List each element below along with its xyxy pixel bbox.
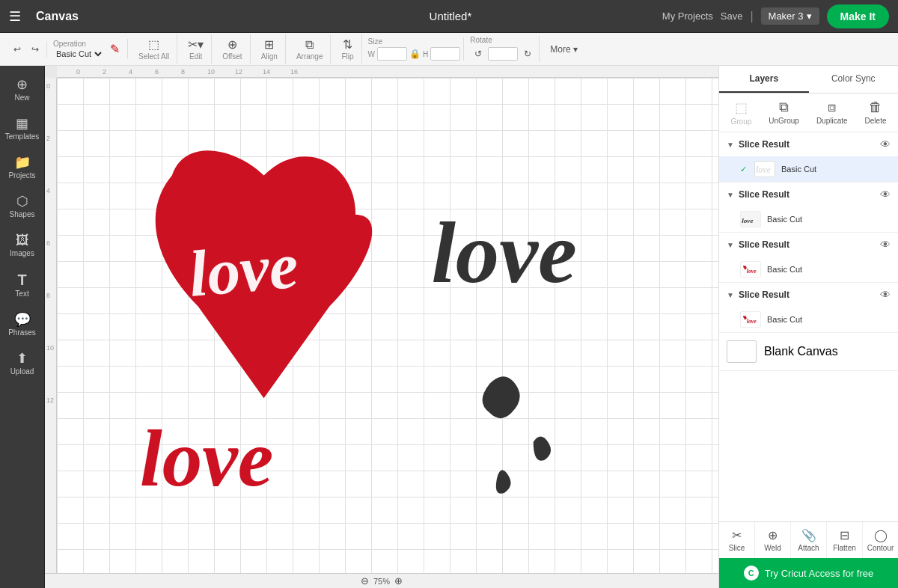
svg-text:8: 8 xyxy=(46,292,50,299)
slice-4-eye-icon[interactable]: 👁 xyxy=(880,289,891,301)
slice-1-checkmark: ✓ xyxy=(740,165,747,174)
machine-selector[interactable]: Maker 3 ▾ xyxy=(761,7,819,25)
edit-color-button[interactable]: ✎ xyxy=(106,39,124,59)
attach-icon: 📎 xyxy=(801,528,816,542)
more-button[interactable]: More ▾ xyxy=(546,41,582,58)
height-label: H xyxy=(423,50,428,58)
zoom-in-button[interactable]: ⊕ xyxy=(394,576,403,586)
operation-select[interactable]: Basic Cut xyxy=(53,49,104,59)
machine-chevron: ▾ xyxy=(807,10,812,22)
svg-text:8: 8 xyxy=(181,68,185,76)
rotate-ccw-button[interactable]: ↺ xyxy=(470,46,486,62)
blank-canvas-row[interactable]: Blank Canvas xyxy=(719,333,898,371)
save-link[interactable]: Save xyxy=(721,10,743,22)
width-input[interactable] xyxy=(377,47,407,61)
sidebar-item-new[interactable]: ⊕ New xyxy=(2,72,43,108)
ungroup-action[interactable]: ⧉ UnGroup xyxy=(769,99,799,126)
operation-label: Operation xyxy=(53,40,104,48)
nav-right: My Projects Save | Maker 3 ▾ Make It xyxy=(662,4,889,28)
slice-1-eye-icon[interactable]: 👁 xyxy=(880,138,891,150)
layers-list: ▼ Slice Result 👁 ✓ love Basic Cut xyxy=(719,132,898,521)
canvas-content[interactable]: love love love xyxy=(57,78,718,573)
slice-result-2: ▼ Slice Result 👁 love Basic Cut xyxy=(719,183,898,233)
svg-text:love: love xyxy=(747,318,757,325)
cricut-access-banner[interactable]: C Try Cricut Access for free xyxy=(719,558,898,588)
slice-tool[interactable]: ✂ Slice xyxy=(719,522,755,558)
slice-1-item[interactable]: ✓ love Basic Cut xyxy=(719,156,898,182)
slice-1-chevron: ▼ xyxy=(727,141,734,149)
slice-2-thumb: love xyxy=(740,211,761,227)
slice-result-3: ▼ Slice Result 👁 love Basic Cut xyxy=(719,233,898,283)
text-icon: T xyxy=(17,272,26,287)
slice-result-3-header[interactable]: ▼ Slice Result 👁 xyxy=(719,233,898,257)
my-projects-link[interactable]: My Projects xyxy=(662,10,713,22)
panel-actions: ⬚ Group ⧉ UnGroup ⧈ Duplicate 🗑 Delete xyxy=(719,94,898,132)
rotate-cw-button[interactable]: ↻ xyxy=(519,46,536,62)
shapes-icon: ⬡ xyxy=(16,195,28,208)
select-all-button[interactable]: ⬚ Select All xyxy=(134,34,174,64)
ungroup-icon: ⧉ xyxy=(779,99,789,115)
weld-tool[interactable]: ⊕ Weld xyxy=(755,522,791,558)
canvas-grid: love love love xyxy=(57,78,718,573)
rotate-input[interactable] xyxy=(488,47,518,61)
offset-icon: ⊕ xyxy=(227,37,237,52)
upload-icon: ⬆ xyxy=(16,352,28,365)
contour-tool[interactable]: ◯ Contour xyxy=(863,522,898,558)
height-input[interactable] xyxy=(430,47,460,61)
delete-action[interactable]: 🗑 Delete xyxy=(865,99,887,126)
right-panel: Layers Color Sync ⬚ Group ⧉ UnGroup ⧈ Du… xyxy=(718,66,898,588)
more-group: More ▾ xyxy=(543,41,585,58)
edit-icon: ✂▾ xyxy=(188,37,204,52)
sidebar-item-upload[interactable]: ⬆ Upload xyxy=(2,346,43,382)
zoom-out-button[interactable]: ⊖ xyxy=(361,576,369,586)
slice-2-item[interactable]: love Basic Cut xyxy=(719,206,898,232)
edit-button[interactable]: ✂▾ Edit xyxy=(183,34,208,64)
svg-text:love: love xyxy=(431,204,577,301)
attach-tool[interactable]: 📎 Attach xyxy=(791,522,827,558)
arrange-group: ⧉ Arrange xyxy=(289,35,332,64)
flip-button[interactable]: ⇅ Flip xyxy=(337,34,358,64)
svg-text:love: love xyxy=(140,414,273,503)
make-it-button[interactable]: Make It xyxy=(827,4,889,28)
sidebar-item-phrases[interactable]: 💬 Phrases xyxy=(2,307,43,343)
arrange-button[interactable]: ⧉ Arrange xyxy=(292,35,328,64)
slice-3-item[interactable]: love Basic Cut xyxy=(719,257,898,282)
machine-name: Maker 3 xyxy=(769,10,804,22)
sidebar-item-shapes[interactable]: ⬡ Shapes xyxy=(2,189,43,224)
undo-button[interactable]: ↩ xyxy=(9,41,25,58)
svg-text:16: 16 xyxy=(290,68,298,76)
slice-4-chevron: ▼ xyxy=(727,291,734,299)
tab-layers[interactable]: Layers xyxy=(719,66,809,93)
sidebar-item-text[interactable]: T Text xyxy=(2,266,43,304)
slice-4-item[interactable]: love Basic Cut xyxy=(719,307,898,332)
tab-color-sync[interactable]: Color Sync xyxy=(809,66,899,93)
duplicate-action[interactable]: ⧈ Duplicate xyxy=(816,99,848,126)
cricut-logo-icon: C xyxy=(744,566,759,581)
align-button[interactable]: ⊞ Align xyxy=(257,34,282,64)
slice-result-2-header[interactable]: ▼ Slice Result 👁 xyxy=(719,183,898,206)
slice-2-eye-icon[interactable]: 👁 xyxy=(880,189,891,200)
redo-button[interactable]: ↪ xyxy=(27,41,43,58)
sidebar-item-templates[interactable]: ▦ Templates xyxy=(2,111,43,147)
app-title: Canvas xyxy=(30,10,239,23)
contour-icon: ◯ xyxy=(874,528,888,542)
svg-text:2: 2 xyxy=(46,135,50,142)
svg-text:2: 2 xyxy=(103,68,106,76)
sidebar-item-images[interactable]: 🖼 Images xyxy=(2,227,43,263)
group-action[interactable]: ⬚ Group xyxy=(731,99,752,126)
rotate-group: Rotate ↺ ↻ xyxy=(467,36,540,62)
sidebar-item-projects[interactable]: 📁 Projects xyxy=(2,150,43,186)
toolbar: ↩ ↪ Operation Basic Cut ✎ ⬚ Select All ✂… xyxy=(0,33,898,66)
slice-3-eye-icon[interactable]: 👁 xyxy=(880,239,891,251)
offset-button[interactable]: ⊕ Offset xyxy=(218,34,247,64)
lock-icon: 🔒 xyxy=(409,49,421,59)
slice-result-1-header[interactable]: ▼ Slice Result 👁 xyxy=(719,132,898,156)
slice-result-4-header[interactable]: ▼ Slice Result 👁 xyxy=(719,283,898,307)
svg-text:12: 12 xyxy=(46,396,54,404)
images-icon: 🖼 xyxy=(16,233,29,247)
canvas-bottom-bar: ⊖ 75% ⊕ xyxy=(45,573,718,588)
menu-icon[interactable]: ☰ xyxy=(9,8,21,25)
svg-text:love: love xyxy=(747,268,757,275)
svg-text:10: 10 xyxy=(207,68,215,76)
flatten-tool[interactable]: ⊟ Flatten xyxy=(827,522,863,558)
